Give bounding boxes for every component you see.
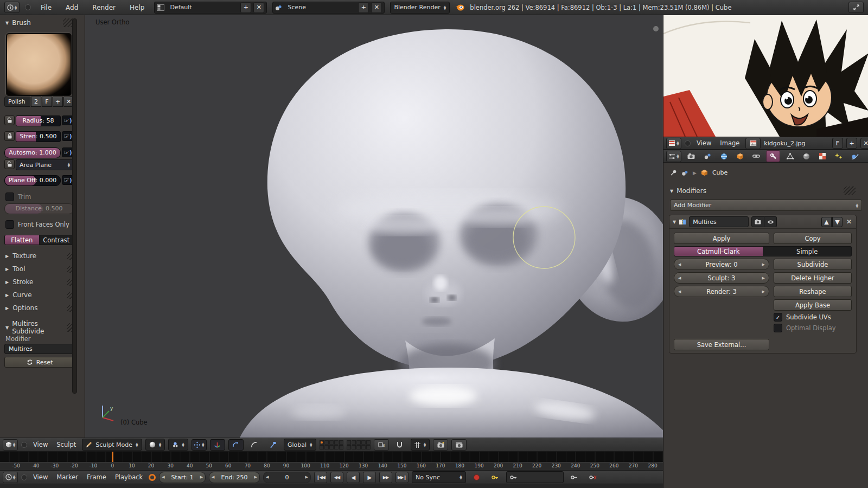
browse-image-button[interactable] <box>745 138 761 149</box>
stepper-right-icon[interactable]: ▶ <box>254 475 257 479</box>
preview-range-icon[interactable] <box>149 474 156 481</box>
mode-select[interactable]: Sculpt Mode ▲▼ <box>82 439 142 451</box>
radius-slider[interactable]: Radius: 58 <box>16 115 61 126</box>
lock-to-scene-button[interactable]: 8 <box>374 439 389 451</box>
curve-section-header[interactable]: ▶ Curve <box>5 291 77 299</box>
menu-marker[interactable]: Marker <box>54 473 81 481</box>
modifier-name-field[interactable]: Multires <box>689 216 749 227</box>
transform-orientation-select[interactable]: Global ▲▼ <box>284 439 316 451</box>
manipulator-toggle-button[interactable]: ▲▼ <box>192 439 207 451</box>
new-image-button[interactable]: + <box>846 138 857 149</box>
tool-shelf-scrollbar[interactable] <box>72 18 77 394</box>
menu-frame[interactable]: Frame <box>84 473 109 481</box>
opengl-render-still-button[interactable] <box>433 439 448 451</box>
stepper-right-icon[interactable]: ▶ <box>200 475 203 479</box>
record-button[interactable] <box>469 472 484 483</box>
previous-keyframe-button[interactable]: ◀◀ <box>330 472 343 483</box>
add-brush-button[interactable]: + <box>53 97 63 107</box>
tab-physics[interactable] <box>848 151 861 162</box>
object-cube-icon[interactable] <box>701 169 708 176</box>
copy-button[interactable]: Copy <box>774 233 852 244</box>
tab-constraints[interactable] <box>750 151 763 162</box>
delete-scene-button[interactable]: ✕ <box>371 2 382 13</box>
reference-image-view[interactable] <box>663 15 868 137</box>
tab-object-data[interactable] <box>783 151 796 162</box>
stepper-left-icon[interactable]: ◀ <box>678 290 681 294</box>
snap-toggle-button[interactable] <box>392 439 407 451</box>
subdivide-uvs-checkbox[interactable]: ✓ <box>774 313 782 322</box>
render-level-field[interactable]: ◀ Render: 3 ▶ <box>674 286 769 297</box>
add-scene-button[interactable]: + <box>358 2 369 13</box>
strength-slider[interactable]: Stren: 0.500 <box>16 131 61 142</box>
stepper-left-icon[interactable]: ◀ <box>678 262 681 267</box>
options-section-header[interactable]: ▶ Options <box>5 304 77 312</box>
pivot-point-select[interactable]: ▲▼ <box>168 439 188 451</box>
optimal-display-checkbox[interactable] <box>774 324 782 332</box>
pin-icon[interactable] <box>670 169 677 176</box>
jump-to-start-button[interactable]: ❙◀◀ <box>314 472 327 483</box>
manipulator-extra-button[interactable] <box>265 439 280 451</box>
triangle-down-icon[interactable]: ▼ <box>673 220 676 224</box>
stepper-left-icon[interactable]: ◀ <box>162 475 164 479</box>
modifiers-panel-header[interactable]: ▼ Modifiers <box>670 187 860 195</box>
timeline-track[interactable] <box>0 452 663 462</box>
delete-modifier-button[interactable]: ✕ <box>845 218 853 226</box>
brush-preview-thumbnail[interactable] <box>5 33 72 97</box>
stepper-right-icon[interactable]: ▶ <box>762 276 765 280</box>
scene-name[interactable]: Scene <box>284 4 356 11</box>
editor-type-image-button[interactable]: ▲▼ <box>666 138 681 149</box>
menu-file[interactable]: File <box>36 4 56 11</box>
unified-radius-lock-button[interactable] <box>4 115 15 125</box>
editor-type-properties-button[interactable]: ▲▼ <box>666 151 681 162</box>
screen-layout-name[interactable]: Default <box>167 4 238 11</box>
subdivide-button[interactable]: Subdivide <box>774 259 852 270</box>
av-sync-select[interactable]: No Sync ▲▼ <box>412 471 466 483</box>
contrast-toggle[interactable]: Contrast <box>40 235 74 245</box>
editor-type-timeline-button[interactable]: ▲▼ <box>3 472 18 483</box>
menu-help[interactable]: Help <box>125 4 149 11</box>
render-visibility-toggle[interactable] <box>751 216 764 227</box>
collapse-menus-toggle[interactable] <box>21 442 27 448</box>
save-external-button[interactable]: Save External... <box>674 339 769 350</box>
delete-keyframe-button[interactable] <box>585 472 601 483</box>
auto-keying-mode-button[interactable] <box>488 472 503 483</box>
stepper-right-icon[interactable]: ▶ <box>762 262 765 267</box>
insert-keyframe-button[interactable] <box>567 472 582 483</box>
reset-button[interactable]: Reset <box>4 357 75 368</box>
jump-to-end-button[interactable]: ▶▶❙ <box>395 472 409 483</box>
snap-element-select[interactable]: ▲▼ <box>411 439 430 451</box>
scene-icon[interactable] <box>681 170 688 176</box>
frame-start-field[interactable]: ◀ Start: 1 ▶ <box>159 472 206 483</box>
scene-field[interactable]: Scene + ✕ <box>272 2 385 14</box>
stepper-right-icon[interactable]: ▶ <box>762 290 765 294</box>
play-reverse-button[interactable]: ◀ <box>347 472 360 483</box>
keying-set-field[interactable] <box>506 471 564 483</box>
editor-type-info-button[interactable]: ▲▼ <box>4 2 20 13</box>
tab-world[interactable] <box>717 151 730 162</box>
manipulator-rotate-button[interactable] <box>228 439 244 451</box>
image-filename[interactable]: kidgoku_2.jpg <box>764 140 805 147</box>
tab-render-layers[interactable] <box>701 151 714 162</box>
layer-grid[interactable] <box>320 440 343 450</box>
autosmooth-slider[interactable]: Autosmo: 1.000 <box>4 147 61 158</box>
unified-strength-lock-button[interactable] <box>4 131 15 141</box>
add-layout-button[interactable]: + <box>240 2 251 13</box>
menu-view[interactable]: View <box>694 139 714 147</box>
collapse-menus-toggle[interactable] <box>25 4 31 10</box>
menu-render[interactable]: Render <box>88 4 120 11</box>
timeline-ruler[interactable]: -50-40-30-20-100102030405060708090100110… <box>0 462 663 471</box>
next-keyframe-button[interactable]: ▶▶ <box>379 472 392 483</box>
front-faces-checkbox[interactable] <box>5 220 14 229</box>
tab-object[interactable] <box>733 151 746 162</box>
reshape-button[interactable]: Reshape <box>774 286 852 297</box>
menu-view[interactable]: View <box>30 441 50 448</box>
tab-material[interactable] <box>800 151 813 162</box>
menu-view[interactable]: View <box>30 473 50 481</box>
tab-particles[interactable] <box>832 151 845 162</box>
texture-section-header[interactable]: ▶ Texture <box>5 252 77 260</box>
menu-image[interactable]: Image <box>717 139 742 147</box>
distance-slider[interactable]: Distance: 0.500 <box>4 203 74 214</box>
stepper-left-icon[interactable]: ◀ <box>678 276 681 280</box>
plane-offset-slider[interactable]: Plane Off: 0.000 <box>4 175 61 186</box>
tool-section-header[interactable]: ▶ Tool <box>5 265 77 273</box>
